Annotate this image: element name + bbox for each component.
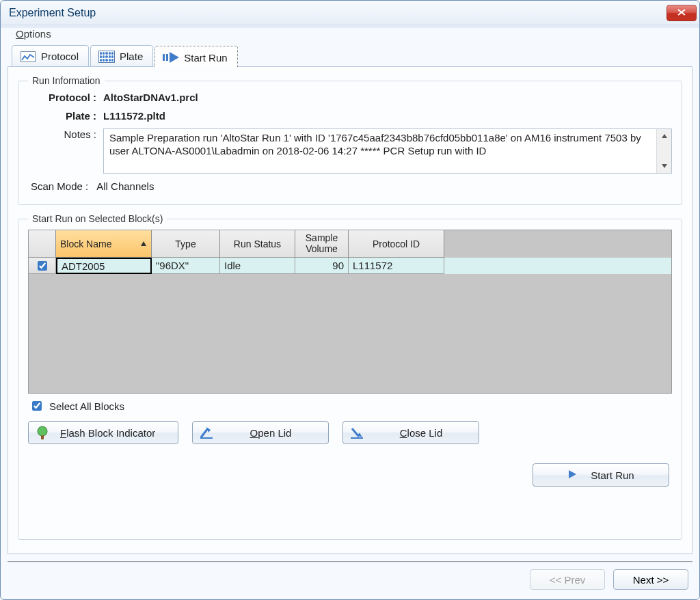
notes-field[interactable]: Sample Preparation run 'AltoStar Run 1' …: [103, 128, 672, 174]
row-checkbox[interactable]: [38, 261, 47, 271]
close-icon: [677, 7, 686, 19]
cell-type: "96DX": [152, 258, 220, 274]
experiment-setup-window: Experiment Setup Options Protocol Plate: [0, 0, 700, 600]
play-icon: [567, 469, 577, 481]
scan-mode-label: Scan Mode :: [31, 180, 88, 192]
col-run-status[interactable]: Run Status: [220, 230, 295, 258]
select-all-label: Select All Blocks: [49, 400, 124, 412]
col-block-name[interactable]: Block Name: [56, 230, 152, 258]
select-all-row: Select All Blocks: [28, 394, 672, 418]
block-buttons: Flash Block Indicator Open Lid Close Lid: [28, 418, 672, 447]
tab-plate-label: Plate: [120, 51, 143, 62]
titlebar: Experiment Setup: [1, 1, 699, 25]
svg-rect-1: [166, 54, 168, 61]
plate-label: Plate :: [28, 110, 103, 122]
cell-block-name[interactable]: ADT2005: [56, 258, 152, 274]
row-checkbox-cell[interactable]: [29, 258, 56, 274]
plate-value: L111572.pltd: [103, 110, 672, 122]
protocol-value: AltoStarDNAv1.prcl: [103, 92, 672, 103]
table-row[interactable]: ADT2005 "96DX" Idle 90 L111572: [29, 258, 671, 274]
start-run-icon: [162, 51, 180, 64]
scroll-down-icon[interactable]: [657, 159, 671, 173]
cell-protocol-id: L111572: [349, 258, 444, 274]
svg-rect-0: [163, 54, 165, 61]
close-button[interactable]: [667, 5, 697, 21]
select-all-checkbox[interactable]: [32, 401, 42, 411]
plate-icon: [98, 50, 116, 64]
tab-plate[interactable]: Plate: [90, 45, 153, 67]
notes-text: Sample Preparation run 'AltoStar Run 1' …: [104, 129, 656, 173]
notes-label: Notes :: [28, 128, 103, 140]
close-lid-button[interactable]: Close Lid: [342, 421, 479, 444]
tab-protocol[interactable]: Protocol: [12, 45, 89, 67]
tab-start-run[interactable]: Start Run: [154, 46, 237, 68]
col-select[interactable]: [29, 230, 56, 258]
protocol-label: Protocol :: [28, 92, 103, 103]
open-lid-button[interactable]: Open Lid: [192, 421, 329, 444]
notes-scrollbar[interactable]: [656, 129, 671, 173]
prev-button: << Prev: [530, 569, 605, 590]
table-header: Block Name Type Run Status Sample Volume…: [29, 230, 671, 258]
footer-nav: << Prev Next >>: [8, 561, 692, 592]
start-run-panel: Run Information Protocol : AltoStarDNAv1…: [8, 66, 692, 554]
close-lid-icon: [349, 424, 365, 441]
tab-protocol-label: Protocol: [41, 51, 79, 62]
blocks-table: Block Name Type Run Status Sample Volume…: [28, 230, 672, 394]
menubar: Options: [1, 25, 699, 42]
col-type[interactable]: Type: [152, 230, 220, 258]
cell-run-status: Idle: [220, 258, 295, 274]
start-run-button[interactable]: Start Run: [533, 463, 669, 487]
col-sample-volume[interactable]: Sample Volume: [295, 230, 349, 258]
blocks-legend: Start Run on Selected Block(s): [28, 213, 167, 224]
scroll-up-icon[interactable]: [657, 129, 671, 143]
scan-mode-value: All Channels: [96, 180, 154, 192]
tabs: Protocol Plate Start Run: [1, 42, 699, 67]
window-title: Experiment Setup: [9, 7, 96, 19]
cell-sample-volume: 90: [295, 258, 349, 274]
tab-start-run-label: Start Run: [184, 52, 227, 64]
sort-asc-icon: [140, 238, 147, 249]
svg-rect-3: [41, 435, 44, 439]
flash-icon: [34, 424, 51, 441]
next-button[interactable]: Next >>: [613, 569, 688, 590]
open-lid-icon: [198, 424, 215, 441]
run-information-group: Run Information Protocol : AltoStarDNAv1…: [18, 75, 682, 205]
svg-point-2: [38, 426, 47, 436]
menu-options[interactable]: Options: [16, 28, 51, 40]
col-protocol-id[interactable]: Protocol ID: [349, 230, 444, 258]
blocks-group: Start Run on Selected Block(s) Block Nam…: [18, 213, 682, 540]
protocol-icon: [19, 50, 37, 64]
run-information-legend: Run Information: [28, 75, 105, 86]
flash-block-indicator-button[interactable]: Flash Block Indicator: [28, 421, 178, 444]
